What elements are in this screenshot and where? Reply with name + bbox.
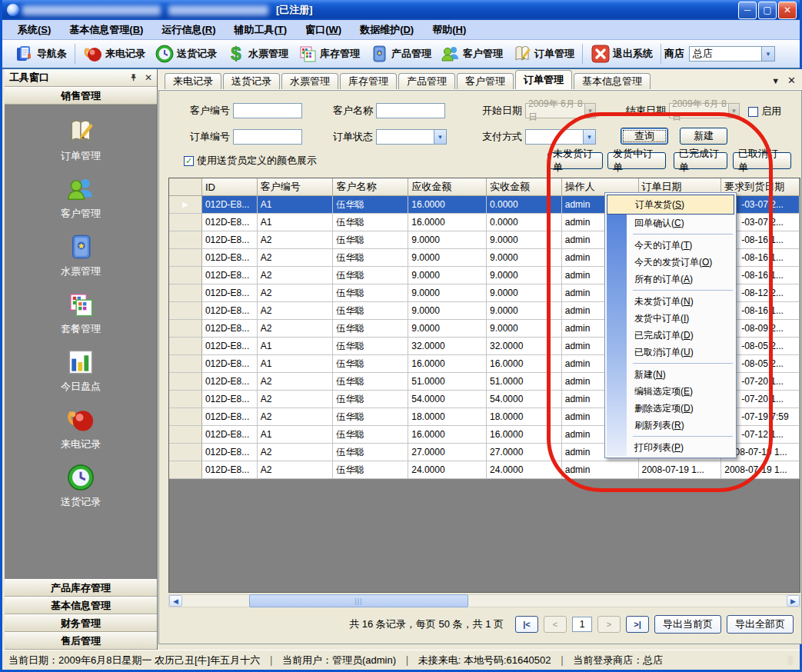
chevron-down-icon[interactable]: ▼ — [771, 76, 780, 85]
maximize-button[interactable]: ▢ — [758, 2, 777, 19]
scroll-right-arrow-icon[interactable]: ▶ — [787, 595, 800, 607]
row-selector[interactable] — [169, 320, 202, 338]
last-page-button[interactable]: >| — [626, 616, 649, 633]
toolbar-button-grid[interactable]: 库存管理 — [293, 42, 364, 65]
toolbar-button-book[interactable]: 导航条 — [10, 42, 72, 65]
pay_method-select[interactable]: ▼ — [525, 129, 596, 145]
context-menu-item-17[interactable]: 打印列表(P) — [607, 439, 734, 456]
context-menu-item-13[interactable]: 编辑选定项(E) — [607, 383, 734, 400]
sidebar-section-sales[interactable]: 销售管理 — [5, 87, 157, 105]
menu-item-b[interactable]: 基本信息管理(B) — [60, 22, 152, 38]
scroll-left-arrow-icon[interactable]: ◀ — [169, 595, 182, 607]
row-selector[interactable]: ► — [169, 196, 202, 214]
sidebar-item-clock[interactable]: 送货记录 — [61, 463, 101, 509]
new-button[interactable]: 新建 — [680, 128, 727, 145]
row-selector[interactable] — [169, 338, 202, 355]
context-menu-item-1[interactable]: 回单确认(C) — [607, 215, 734, 231]
next-page-button[interactable]: > — [597, 616, 621, 633]
sidebar-section-1[interactable]: 基本信息管理 — [5, 597, 157, 614]
scrollbar-thumb[interactable]: ||| — [249, 594, 468, 607]
color-checkbox[interactable]: ✓ — [184, 156, 194, 166]
prev-page-button[interactable]: < — [544, 616, 567, 633]
sidebar-item-product[interactable]: 水票管理 — [61, 232, 101, 278]
order_no-input[interactable] — [233, 129, 302, 145]
status-filter-button-0[interactable]: 未发货订单 — [547, 152, 603, 169]
context-menu-item-9[interactable]: 已完成订单(D) — [607, 327, 734, 344]
row-selector[interactable] — [169, 249, 202, 267]
close-icon[interactable]: ✕ — [145, 72, 152, 83]
toolbar-button-dollar[interactable]: $水票管理 — [221, 42, 293, 65]
tab-3[interactable]: 库存管理 — [340, 73, 397, 89]
toolbar-button-bell[interactable]: 来电记录 — [78, 42, 150, 65]
enable-checkbox[interactable] — [748, 107, 758, 117]
row-selector[interactable] — [169, 373, 202, 391]
status-filter-button-2[interactable]: 已完成订单 — [674, 152, 727, 169]
toolbar-button-customers[interactable]: 客户管理 — [436, 42, 507, 65]
page-number-input[interactable]: 1 — [572, 617, 592, 632]
column-header-5[interactable]: 实收金额 — [487, 178, 562, 196]
tab-0[interactable]: 来电记录 — [165, 73, 221, 89]
context-menu-item-7[interactable]: 未发货订单(N) — [607, 293, 734, 310]
pin-icon[interactable]: 🖈 — [129, 72, 138, 83]
export-current-page-button[interactable]: 导出当前页 — [654, 615, 721, 634]
row-selector[interactable] — [169, 214, 202, 231]
toolbar-button-product[interactable]: 产品管理 — [364, 42, 436, 65]
context-menu-item-12[interactable]: 新建(N) — [607, 366, 734, 383]
query-button[interactable]: 查询 — [621, 128, 668, 145]
order_status-select[interactable]: ▼ — [376, 129, 447, 145]
table-row[interactable]: 012D-E8...A2伍华聪24.000024.0000admin2008-0… — [169, 461, 800, 479]
column-header-3[interactable]: 客户名称 — [333, 178, 408, 196]
close-icon[interactable]: ✕ — [787, 75, 796, 86]
toolbar-button-exit[interactable]: 退出系统 — [586, 42, 657, 65]
horizontal-scrollbar[interactable]: ◀ ||| ▶ — [168, 594, 800, 607]
column-header-1[interactable]: ID — [202, 178, 258, 196]
context-menu-item-4[interactable]: 今天的发货订单(O) — [607, 254, 734, 271]
end_date-picker[interactable]: 2009年 6月 8日▼ — [669, 103, 740, 118]
menu-item-h[interactable]: 帮助(H) — [423, 22, 475, 38]
first-page-button[interactable]: |< — [515, 616, 538, 633]
tab-7[interactable]: 基本信息管理 — [574, 73, 651, 89]
chevron-down-icon[interactable]: ▼ — [583, 130, 595, 144]
context-menu-item-14[interactable]: 删除选定项(D) — [607, 400, 734, 417]
context-menu-item-10[interactable]: 已取消订单(U) — [607, 344, 734, 361]
export-all-pages-button[interactable]: 导出全部页 — [727, 615, 794, 634]
close-button[interactable]: ✕ — [778, 2, 797, 19]
status-filter-button-3[interactable]: 已取消订单 — [733, 152, 791, 169]
row-selector[interactable] — [169, 302, 202, 320]
context-menu-item-15[interactable]: 刷新列表(R) — [607, 417, 734, 434]
row-selector[interactable] — [169, 391, 202, 408]
sidebar-item-bell[interactable]: 来电记录 — [61, 405, 101, 451]
customer_name-input[interactable] — [376, 103, 445, 118]
column-header-0[interactable] — [169, 178, 202, 196]
start_date-picker[interactable]: 2009年 6月 8日▼ — [525, 103, 596, 118]
sidebar-section-3[interactable]: 售后管理 — [5, 632, 157, 650]
sidebar-section-0[interactable]: 产品库存管理 — [5, 579, 157, 597]
sidebar-item-customers[interactable]: 客户管理 — [61, 175, 101, 221]
tab-4[interactable]: 产品管理 — [398, 73, 455, 89]
tab-6[interactable]: 订单管理 — [515, 70, 572, 89]
tab-2[interactable]: 水票管理 — [281, 73, 338, 89]
row-selector[interactable] — [169, 426, 202, 444]
context-menu-item-5[interactable]: 所有的订单(A) — [607, 271, 734, 288]
row-selector[interactable] — [169, 461, 202, 479]
status-filter-button-1[interactable]: 发货中订单 — [607, 152, 666, 169]
minimize-button[interactable]: ─ — [738, 2, 757, 19]
sidebar-item-order[interactable]: 订单管理 — [61, 117, 101, 163]
menu-item-t[interactable]: 辅助工具(T) — [225, 22, 297, 38]
context-menu-item-0[interactable]: 订单发货(S) — [607, 195, 734, 215]
sidebar-section-2[interactable]: 财务管理 — [5, 614, 157, 632]
row-selector[interactable] — [169, 408, 202, 426]
context-menu-item-3[interactable]: 今天的订单(T) — [607, 237, 734, 254]
tab-1[interactable]: 送货记录 — [223, 73, 280, 89]
shop-combobox[interactable]: 总店▼ — [689, 46, 775, 62]
menu-item-r[interactable]: 运行信息(R) — [152, 22, 225, 38]
menu-item-s[interactable]: 系统(S) — [8, 22, 60, 38]
menu-item-d[interactable]: 数据维护(D) — [351, 22, 423, 38]
row-selector[interactable] — [169, 355, 202, 373]
toolbar-button-clock[interactable]: 送货记录 — [150, 42, 221, 65]
row-selector[interactable] — [169, 444, 202, 461]
row-selector[interactable] — [169, 231, 202, 249]
tab-5[interactable]: 客户管理 — [457, 73, 514, 89]
sidebar-item-grid[interactable]: 套餐管理 — [61, 290, 101, 336]
row-selector[interactable] — [169, 267, 202, 284]
